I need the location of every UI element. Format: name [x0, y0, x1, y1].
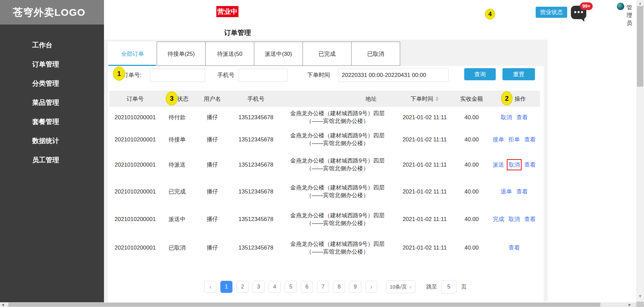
phone-label: 手机号 [217, 71, 234, 79]
horizontal-scrollbar[interactable]: ◀ ▶ [0, 302, 636, 307]
tab-cancelled[interactable]: 已取消 [351, 42, 400, 66]
sidebar-item-combos[interactable]: 套餐管理 [0, 112, 104, 131]
sidebar-item-dishes[interactable]: 菜品管理 [0, 93, 104, 112]
message-dots [571, 11, 586, 13]
order-status: 待派送 [161, 151, 193, 178]
order-user: 播仔 [193, 178, 231, 205]
order-phone: 13512345678 [231, 151, 280, 178]
sidebar-nav: 工作台 订单管理 分类管理 菜品管理 套餐管理 数据统计 员工管理 [0, 36, 104, 170]
search-button[interactable]: 查询 [464, 68, 496, 80]
order-no: 2021010200001 [109, 233, 161, 262]
order-phone: 13512345678 [231, 205, 280, 233]
order-no: 2021010200001 [109, 107, 161, 128]
scroll-right-arrow-icon[interactable]: ▶ [629, 302, 631, 307]
reset-button[interactable]: 重置 [502, 68, 535, 80]
order-amount: 40.00 [455, 205, 488, 233]
top-header: 营业中 订单管理 营业状态 99+ 管理员 [104, 0, 636, 40]
jump-page-input[interactable]: 5 [441, 280, 457, 294]
tab-all-orders[interactable]: 全部订单 [108, 42, 157, 66]
view-link[interactable]: 查看 [517, 114, 528, 121]
page-button-1[interactable]: 1 [220, 281, 232, 293]
cancel-link-highlighted[interactable]: 取消 [508, 161, 520, 169]
prev-page-button[interactable]: ‹ [204, 281, 216, 293]
phone-input[interactable] [238, 69, 287, 82]
vertical-scrollbar-thumb[interactable] [637, 6, 643, 87]
view-link[interactable]: 查看 [508, 244, 520, 252]
view-link[interactable]: 查看 [517, 188, 528, 195]
order-status: 待接单 [161, 128, 193, 151]
annotation-marker-3: 3 [166, 91, 178, 105]
page-button-2[interactable]: 2 [236, 281, 249, 293]
order-status: 派送中 [161, 205, 193, 233]
scroll-down-arrow-icon[interactable]: ▼ [636, 294, 644, 298]
order-time-range-input[interactable]: 20220331 00:00-20220431 00:00 [338, 69, 449, 82]
tab-pending-dispatch[interactable]: 待派送(50 [205, 42, 254, 66]
order-user: 播仔 [193, 128, 231, 151]
table-row: 2021010200001 待付款 播仔 13512345678 金燕龙办公楼（… [109, 107, 540, 128]
order-phone: 13512345678 [231, 178, 280, 205]
complete-link[interactable]: 完成 [493, 215, 504, 223]
business-status-button[interactable]: 营业状态 [536, 7, 567, 18]
order-no-label: 订单号: [123, 71, 142, 79]
order-time: 2021-01-02 11:11 [394, 178, 455, 205]
sidebar-item-employees[interactable]: 员工管理 [0, 150, 104, 170]
order-address: 金燕龙办公楼（建材城西路9号）四层（——宾馆北侧办公楼） [280, 178, 394, 205]
page-button-8[interactable]: 8 [333, 281, 345, 293]
order-amount: 40.00 [455, 107, 488, 128]
scroll-up-arrow-icon[interactable]: ▲ [636, 1, 644, 5]
sidebar-item-orders[interactable]: 订单管理 [0, 55, 104, 74]
order-actions: 查看 [488, 233, 540, 262]
tab-pending-accept[interactable]: 待接单(25) [157, 42, 206, 66]
order-time: 2021-01-02 11:11 [394, 233, 455, 262]
cancel-link[interactable]: 取消 [508, 215, 520, 223]
dispatch-link[interactable]: 派送 [493, 161, 504, 169]
next-page-button[interactable]: › [365, 281, 377, 293]
order-address: 金燕龙办公楼（建材城西路9号）四层（——宾馆北侧办公楼） [280, 205, 394, 233]
order-status: 已完成 [161, 178, 193, 205]
scroll-left-arrow-icon[interactable]: ◀ [2, 302, 4, 307]
tab-dispatching[interactable]: 派送中(30) [254, 42, 303, 66]
page-button-6[interactable]: 6 [301, 281, 313, 293]
cancel-link[interactable]: 取消 [501, 114, 512, 121]
order-user: 播仔 [193, 233, 231, 262]
user-name[interactable]: 管理员 [627, 4, 636, 27]
horizontal-scrollbar-thumb[interactable] [8, 303, 600, 307]
accept-link[interactable]: 接单 [493, 136, 504, 143]
avatar[interactable] [617, 3, 624, 10]
page-button-3[interactable]: 3 [253, 281, 265, 293]
order-no-input[interactable] [150, 69, 205, 82]
page-size-select[interactable]: 10条/页 ∨ [386, 280, 416, 293]
view-link[interactable]: 查看 [524, 161, 536, 169]
app-logo: 苍穹外卖LOGO [0, 0, 104, 25]
page-button-9[interactable]: 9 [349, 281, 361, 293]
table-row: 2021010200001 已取消 播仔 13512345678 金燕龙办公楼（… [109, 233, 540, 262]
sidebar-item-workbench[interactable]: 工作台 [0, 36, 104, 55]
order-address: 金燕龙办公楼（建材城西路9号）四层（——宾馆北侧办公楼） [280, 128, 394, 151]
jump-to-label: 跳至 [426, 283, 437, 291]
order-amount: 40.00 [455, 178, 488, 205]
order-actions: 退单 查看 [488, 178, 540, 205]
refund-link[interactable]: 退单 [501, 188, 512, 195]
order-actions: 完成 取消 查看 [488, 205, 540, 233]
order-amount: 40.00 [455, 151, 488, 178]
page-button-4[interactable]: 4 [269, 281, 281, 293]
col-header-order-time[interactable]: 下单时间 [394, 91, 455, 107]
sidebar-item-statistics[interactable]: 数据统计 [0, 131, 104, 150]
view-link[interactable]: 查看 [524, 136, 536, 143]
tab-completed[interactable]: 已完成 [303, 42, 352, 66]
sort-icon[interactable] [435, 96, 439, 101]
order-no: 2021010200001 [109, 128, 161, 151]
table-row: 2021010200001 待接单 播仔 13512345678 金燕龙办公楼（… [109, 128, 540, 151]
page-button-7[interactable]: 7 [317, 281, 329, 293]
view-link[interactable]: 查看 [524, 215, 536, 223]
order-address: 金燕龙办公楼（建材城西路9号）四层（——宾馆北侧办公楼） [280, 233, 394, 262]
message-count-badge: 99+ [580, 2, 593, 10]
vertical-scrollbar[interactable]: ▲ ▼ [636, 0, 644, 302]
order-actions: 派送 取消 查看 [488, 151, 540, 178]
page-button-5[interactable]: 5 [285, 281, 297, 293]
table-row: 2021010200001 已完成 播仔 13512345678 金燕龙办公楼（… [109, 178, 540, 205]
order-actions: 取消 查看 [488, 107, 540, 128]
sidebar-item-categories[interactable]: 分类管理 [0, 74, 104, 93]
order-user: 播仔 [193, 107, 231, 128]
reject-link[interactable]: 拒单 [508, 136, 520, 143]
